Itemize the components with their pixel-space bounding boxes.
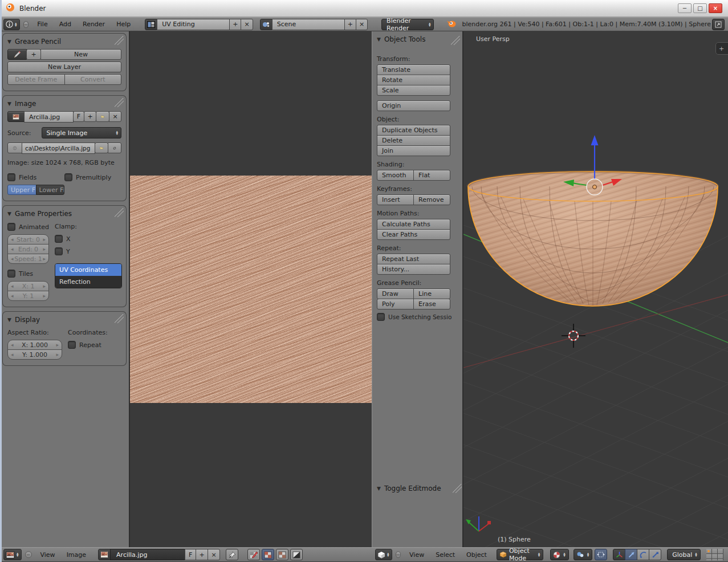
minimize-button[interactable]: − (678, 3, 692, 13)
render-engine-select[interactable]: Blender Render ▴▾ (381, 19, 434, 30)
transform-orientation-select[interactable]: Global ▴▾ (667, 549, 701, 560)
tiles-x-field[interactable]: ◂X: 1▸ (7, 281, 49, 291)
panel-drag-corner[interactable] (115, 36, 124, 45)
grease-pencil-add-button[interactable]: + (26, 49, 41, 60)
lower-first-toggle[interactable]: Lower Fi (36, 185, 65, 195)
animated-checkbox[interactable] (7, 223, 15, 231)
reload-image-icon[interactable] (108, 142, 121, 153)
panel-drag-corner[interactable] (453, 484, 462, 493)
close-button[interactable]: × (709, 3, 722, 13)
gp-erase-button[interactable]: Erase (413, 299, 450, 309)
v3d-menu-view[interactable]: View (404, 551, 429, 559)
screen-layout-icon-button[interactable] (145, 19, 157, 30)
uv-new-image-button[interactable]: + (196, 549, 208, 560)
mapping-option-uv-coordinates[interactable]: UV Coordinates (55, 264, 121, 276)
gp-draw-button[interactable]: Draw (377, 288, 414, 299)
remove-keyframe-button[interactable]: Remove (413, 194, 450, 205)
fake-user-button[interactable]: F (73, 111, 84, 122)
shade-flat-button[interactable]: Flat (413, 170, 450, 181)
anim-start-field[interactable]: ◂Start: 0▸ (7, 234, 49, 245)
insert-keyframe-button[interactable]: Insert (377, 194, 414, 205)
uv-edit-paint-mode-icon[interactable] (247, 549, 260, 560)
add-scene-button[interactable]: + (344, 19, 356, 30)
fields-checkbox[interactable] (7, 173, 15, 181)
add-screen-layout-button[interactable]: + (229, 19, 241, 30)
repeat-last-button[interactable]: Repeat Last (377, 254, 450, 264)
clear-paths-button[interactable]: Clear Paths (377, 229, 450, 240)
collapse-menus-icon[interactable]: − (23, 21, 29, 28)
editor-type-selector-3d[interactable]: ▴▾ (375, 549, 392, 560)
open-image-icon[interactable] (96, 111, 109, 122)
grease-pencil-new-button[interactable]: New (40, 49, 121, 60)
manipulator-z-arrow[interactable] (591, 135, 599, 145)
v3d-menu-object[interactable]: Object (461, 551, 492, 559)
viewport-shading-select[interactable]: ▴▾ (550, 549, 569, 560)
aspect-y-field[interactable]: ◂Y: 1.000▸ (7, 349, 62, 360)
pin-icon[interactable] (226, 549, 238, 560)
uv-unlink-image-button[interactable]: × (208, 549, 220, 560)
manipulator-toggle-icon[interactable] (613, 549, 625, 560)
uv-fake-user-button[interactable]: F (185, 549, 196, 560)
panel-header-toggle-editmode[interactable]: ▼ Toggle Editmode (377, 483, 459, 494)
scale-button[interactable]: Scale (377, 85, 450, 96)
new-image-button[interactable]: + (84, 111, 96, 122)
editor-type-selector-info[interactable]: ▴▾ (3, 19, 20, 30)
panel-header-image[interactable]: ▼ Image (7, 98, 121, 109)
image-source-select[interactable]: Single Image ▴▾ (42, 127, 122, 139)
repeat-checkbox[interactable] (68, 341, 76, 349)
convert-button[interactable]: Convert (64, 74, 122, 85)
delete-frame-button[interactable]: Delete Frame (7, 74, 65, 85)
tiles-checkbox[interactable] (7, 270, 15, 278)
layer-cell[interactable] (717, 559, 723, 560)
gp-poly-button[interactable]: Poly (377, 299, 414, 309)
clay-texture-image[interactable] (130, 176, 372, 403)
manipulator-scale-icon[interactable] (649, 549, 661, 560)
properties-region-expand-tab[interactable]: + (715, 42, 728, 55)
v3d-menu-select[interactable]: Select (430, 551, 460, 559)
image-name-field[interactable]: Arcilla.jpg (24, 111, 74, 123)
window-fullscreen-icon[interactable] (712, 19, 725, 30)
draw-color-alpha-icon[interactable] (262, 549, 274, 560)
tiles-y-field[interactable]: ◂Y: 1▸ (7, 291, 49, 301)
draw-alpha-icon[interactable] (290, 549, 303, 560)
new-layer-button[interactable]: New Layer (7, 62, 121, 72)
image-filepath-field[interactable]: ca\Desktop\Arcilla.jpg (22, 142, 95, 154)
delete-screen-layout-button[interactable]: × (241, 19, 253, 30)
browse-file-icon[interactable] (95, 142, 108, 153)
panel-drag-corner[interactable] (451, 36, 460, 45)
panel-header-grease-pencil[interactable]: ▼ Grease Pencil (7, 36, 121, 47)
filepath-icon[interactable] (7, 142, 22, 153)
calculate-paths-button[interactable]: Calculate Paths (377, 219, 450, 230)
origin-button[interactable]: Origin (377, 100, 450, 111)
viewport-3d[interactable]: User Persp (1) Sphere + (463, 31, 728, 547)
shade-smooth-button[interactable]: Smooth (377, 170, 414, 181)
menu-help[interactable]: Help (111, 21, 136, 28)
premultiply-checkbox[interactable] (64, 173, 72, 181)
uv-menu-view[interactable]: View (35, 551, 60, 559)
screen-layout-name[interactable]: UV Editing (157, 19, 230, 30)
pivot-point-select[interactable]: ▴▾ (574, 549, 593, 560)
layers-widget[interactable] (706, 549, 725, 560)
menu-render[interactable]: Render (78, 21, 110, 28)
gp-line-button[interactable]: Line (413, 288, 450, 299)
clamp-y-checkbox[interactable] (55, 247, 63, 255)
anim-speed-field[interactable]: ◂Speed: 1▸ (7, 254, 49, 264)
cursor-3d[interactable] (562, 324, 585, 348)
upper-first-toggle[interactable]: Upper F (7, 185, 36, 195)
uv-image-editor-canvas[interactable] (130, 31, 372, 547)
panel-drag-corner[interactable] (115, 314, 124, 323)
image-datablock-icon[interactable] (7, 111, 25, 122)
manipulator-translate-icon[interactable] (625, 549, 637, 560)
pivot-center-align-icon[interactable] (595, 549, 607, 560)
maximize-button[interactable]: □ (693, 3, 707, 13)
panel-header-display[interactable]: ▼ Display (7, 314, 121, 325)
clamp-x-checkbox[interactable] (55, 235, 63, 243)
mode-select[interactable]: Object Mode ▴▾ (497, 549, 543, 560)
image-datablock-icon[interactable] (98, 549, 111, 560)
menu-add[interactable]: Add (54, 21, 76, 28)
sphere-bowl-object[interactable] (463, 167, 728, 315)
duplicate-objects-button[interactable]: Duplicate Objects (377, 125, 450, 136)
uv-image-name-field[interactable]: Arcilla.jpg (110, 549, 185, 560)
scene-icon-button[interactable] (260, 19, 273, 30)
uv-menu-image[interactable]: Image (62, 551, 91, 559)
